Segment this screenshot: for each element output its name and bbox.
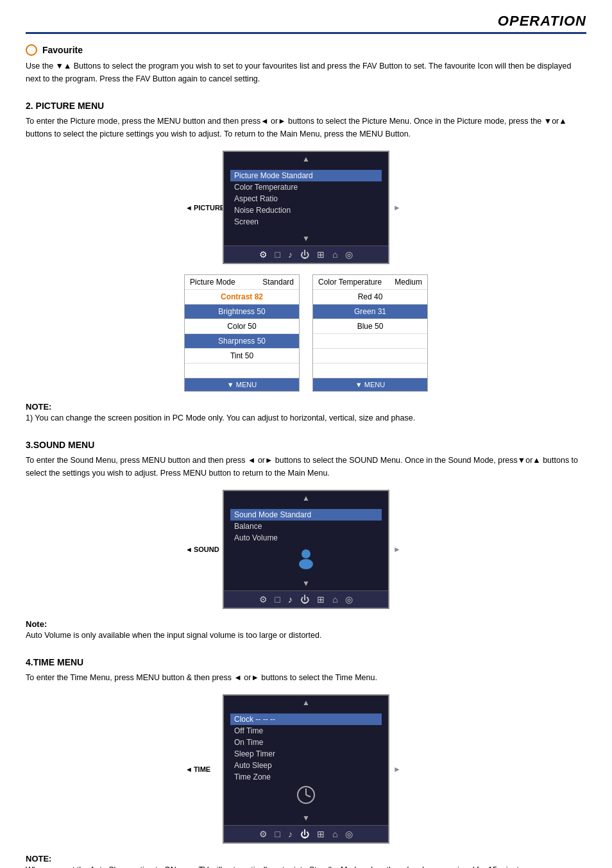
left-menu-label: ▼ MENU: [227, 381, 257, 388]
picture-left-label: ◄PICTURE: [185, 204, 225, 212]
sound-icon-t: ♪: [288, 829, 293, 839]
time-left-label: ◄TIME: [185, 765, 210, 773]
picture-right-table: Color Temperature Medium Red 40 Green 31…: [312, 274, 428, 392]
svg-line-4: [306, 795, 310, 797]
screen-icon: □: [275, 249, 280, 260]
home-icon: ⌂: [332, 249, 337, 260]
sound-arrow-up: ▲: [224, 491, 388, 505]
sound-menu-title: 3.SOUND MENU: [26, 440, 586, 450]
sound-menu-items: Sound Mode Standard Balance Auto Volume: [224, 505, 388, 576]
left-header-label: Picture Mode: [190, 278, 235, 287]
time-arrow-up: ▲: [224, 696, 388, 710]
clock-illustration: [296, 785, 316, 805]
gear-icon: ⚙: [259, 249, 268, 260]
time-menu-section: 4.TIME MENU To enter the Time Menu, pres…: [26, 657, 586, 868]
power-icon: ⏻: [300, 249, 309, 260]
green-row: Green 31: [313, 305, 427, 319]
time-right-arrow: ►: [393, 765, 401, 774]
tint-row: Tint 50: [185, 349, 299, 363]
auto-volume-item: Auto Volume: [230, 532, 382, 544]
right-table-header: Color Temperature Medium: [313, 275, 427, 290]
left-table-header: Picture Mode Standard: [185, 275, 299, 290]
blue-row: Blue 50: [313, 319, 427, 334]
favourite-header: Favourite: [26, 44, 586, 56]
grid-icon-t: ⊞: [317, 829, 325, 839]
contrast-row: Contrast 82: [185, 290, 299, 305]
picture-left-table: Picture Mode Standard Contrast 82 Bright…: [184, 274, 300, 392]
favourite-section: Favourite Use the ▼▲ Buttons to select t…: [26, 44, 586, 85]
menu-icons-bar: ⚙ □ ♪ ⏻ ⊞ ⌂ ◎: [224, 246, 388, 263]
empty-row-r2: [313, 349, 427, 363]
left-header-value: Standard: [262, 278, 294, 287]
gear-icon-t: ⚙: [259, 829, 268, 839]
menu-arrow-down: ▼: [224, 231, 388, 246]
right-menu-label: ▼ MENU: [355, 381, 385, 388]
sound-arrow-down: ▼: [224, 576, 388, 590]
tv-menu-container-sound: ◄SOUND ▲ Sound Mode Standard Balance Aut…: [26, 490, 586, 609]
home-icon-t: ⌂: [332, 829, 337, 839]
time-note-title: NOTE:: [26, 854, 51, 864]
header-bar: OPERATION: [26, 13, 586, 34]
favourite-body: Use the ▼▲ Buttons to select the program…: [26, 60, 586, 85]
time-icons-bar: ⚙ □ ♪ ⏻ ⊞ ⌂ ◎: [224, 825, 388, 842]
brightness-row: Brightness 50: [185, 305, 299, 319]
empty-row-r3: [313, 363, 427, 378]
time-tv-menu: ▲ Clock -- -- -- Off Time On Time Sleep …: [223, 694, 389, 844]
time-menu-title: 4.TIME MENU: [26, 657, 586, 667]
menu-item-noise-reduction: Noise Reduction: [230, 204, 382, 216]
tv-menu-container-picture: ◄PICTURE ▲ Picture Mode Standard Color T…: [26, 151, 586, 264]
menu-item-color-temp: Color Temperature: [230, 181, 382, 193]
menu-arrow-up: ▲: [224, 152, 388, 166]
picture-menu-body: To enter the Picture mode, press the MEN…: [26, 115, 586, 140]
clock-item: Clock -- -- --: [230, 714, 382, 725]
menu-item-aspect-ratio: Aspect Ratio: [230, 193, 382, 204]
screen-icon-t: □: [275, 829, 280, 839]
time-note: NOTE: When you set the Auto Sleep option…: [26, 854, 586, 868]
menu-items-picture: Picture Mode Standard Color Temperature …: [224, 166, 388, 231]
time-arrow-down: ▼: [224, 811, 388, 825]
picture-menu-section: 2. PICTURE MENU To enter the Picture mod…: [26, 101, 586, 424]
gear-icon-s: ⚙: [259, 594, 268, 605]
left-menu-row: ▼ MENU: [185, 378, 299, 391]
target-icon-t: ◎: [345, 829, 353, 839]
sound-right-arrow: ►: [393, 545, 401, 554]
screen-icon-s: □: [275, 594, 280, 605]
balance-item: Balance: [230, 521, 382, 532]
sound-note: Note: Auto Volume is only available when…: [26, 619, 586, 642]
tv-menu-container-time: ◄TIME ▲ Clock -- -- -- Off Time On Time …: [26, 694, 586, 844]
time-zone-item: Time Zone: [230, 771, 382, 783]
svg-point-1: [299, 559, 313, 569]
home-icon-s: ⌂: [332, 594, 337, 605]
sleep-timer-item: Sleep Timer: [230, 748, 382, 760]
picture-note: NOTE: 1) You can change the screen posit…: [26, 402, 586, 424]
sound-menu-section: 3.SOUND MENU To enter the Sound Menu, pr…: [26, 440, 586, 642]
favourite-title: Favourite: [42, 45, 83, 55]
target-icon-s: ◎: [345, 594, 353, 605]
sharpness-row: Sharpness 50: [185, 334, 299, 349]
picture-right-arrow: ►: [393, 203, 401, 212]
page-title: OPERATION: [498, 13, 586, 29]
power-icon-t: ⏻: [300, 829, 309, 839]
grid-icon-s: ⊞: [317, 594, 325, 605]
picture-menu-title: 2. PICTURE MENU: [26, 101, 586, 111]
right-menu-row: ▼ MENU: [313, 378, 427, 391]
picture-note-body: 1) You can change the screen position in…: [26, 412, 586, 424]
target-icon: ◎: [345, 249, 353, 260]
sound-menu-body: To enter the Sound Menu, press MENU butt…: [26, 454, 586, 480]
sound-icon-s: ♪: [288, 594, 293, 605]
favourite-icon: [26, 44, 37, 56]
right-header-label: Color Temperature: [318, 278, 382, 287]
sound-left-label: ◄SOUND: [185, 546, 219, 553]
color-row: Color 50: [185, 319, 299, 334]
auto-sleep-item: Auto Sleep: [230, 760, 382, 771]
power-icon-s: ⏻: [300, 594, 309, 605]
red-row: Red 40: [313, 290, 427, 305]
picture-settings-tables: Picture Mode Standard Contrast 82 Bright…: [26, 274, 586, 392]
sound-mode-item: Sound Mode Standard: [230, 509, 382, 521]
grid-icon: ⊞: [317, 249, 325, 260]
picture-note-title: NOTE:: [26, 402, 51, 412]
sound-icons-bar: ⚙ □ ♪ ⏻ ⊞ ⌂ ◎: [224, 590, 388, 608]
sound-tv-menu: ▲ Sound Mode Standard Balance Auto Volum…: [223, 490, 389, 609]
sound-note-title: Note:: [26, 619, 47, 629]
sound-note-body: Auto Volume is only available when the i…: [26, 629, 586, 642]
